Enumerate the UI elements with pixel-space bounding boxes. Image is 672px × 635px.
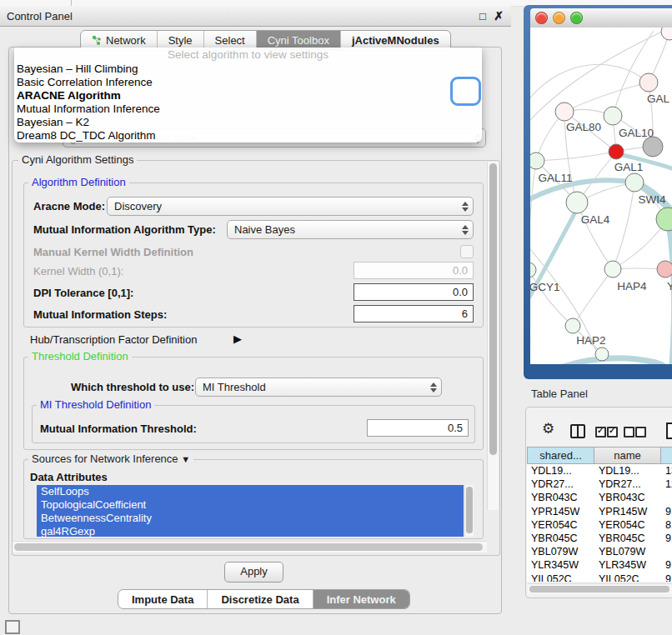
table-panel-title: Table Panel bbox=[531, 388, 588, 400]
table-row[interactable]: YLR345WYLR345W9. bbox=[527, 558, 672, 572]
network-node[interactable] bbox=[595, 348, 609, 361]
table-cell: YBL079W bbox=[594, 545, 661, 558]
split-columns-icon[interactable] bbox=[570, 424, 585, 438]
network-canvas[interactable]: GALGAL80GAL10GAL1GAL11SWI4GAL4GCY1HAP4YH… bbox=[530, 28, 672, 364]
attribute-list-item[interactable]: TopologicalCoefficient bbox=[37, 498, 464, 512]
table-cell: YLR345W bbox=[594, 558, 661, 572]
cyni-settings-group-label: Cyni Algorithm Settings bbox=[18, 154, 137, 166]
settings-horizontal-scrollbar[interactable] bbox=[13, 541, 487, 552]
control-panel-titlebar: Control Panel □ ✗ bbox=[0, 6, 511, 27]
table-cell: 8. bbox=[661, 518, 672, 532]
network-node-gal1[interactable] bbox=[609, 144, 624, 159]
network-node[interactable] bbox=[643, 137, 663, 157]
hub-definition-label[interactable]: Hub/Transcription Factor Definition bbox=[30, 333, 197, 346]
table-row[interactable]: YBL079WYBL079W bbox=[527, 545, 672, 558]
algorithm-option[interactable]: Mutual Information Inference bbox=[14, 102, 482, 116]
table-cell: YIL052C bbox=[527, 572, 594, 582]
column-header-shared-name[interactable]: shared... bbox=[527, 447, 594, 464]
mi-threshold-field[interactable]: 0.5 bbox=[367, 419, 469, 437]
tab-infer-network[interactable]: Infer Network bbox=[313, 590, 409, 608]
threshold-definition-label: Threshold Definition bbox=[28, 351, 132, 362]
table-cell: YBR043C bbox=[594, 491, 661, 504]
scrollbar-thumb[interactable] bbox=[14, 543, 483, 551]
scrollbar-thumb[interactable] bbox=[466, 487, 473, 533]
network-node-gal11[interactable] bbox=[530, 152, 544, 169]
network-nodes[interactable]: GALGAL80GAL10GAL1GAL11SWI4GAL4GCY1HAP4YH… bbox=[530, 28, 672, 361]
apply-button[interactable]: Apply bbox=[224, 562, 283, 582]
column-header-partial[interactable] bbox=[661, 447, 672, 464]
algorithm-option[interactable]: Bayesian – Hill Climbing bbox=[14, 62, 482, 76]
kernel-width-label: Kernel Width (0,1): bbox=[33, 265, 123, 278]
network-window-titlebar[interactable] bbox=[530, 8, 672, 28]
settings-vertical-scrollbar[interactable] bbox=[487, 162, 499, 510]
document-icon[interactable] bbox=[666, 422, 672, 439]
table-row[interactable]: YER054CYER054C8. bbox=[527, 518, 672, 532]
network-view-frame[interactable]: GALGAL80GAL10GAL1GAL11SWI4GAL4GCY1HAP4YH… bbox=[524, 5, 672, 379]
control-panel-title: Control Panel bbox=[7, 10, 73, 22]
network-node-gcy1[interactable] bbox=[530, 262, 536, 278]
network-node[interactable] bbox=[656, 208, 672, 231]
algorithm-option[interactable]: Bayesian – K2 bbox=[14, 116, 482, 129]
table-cell: YBR045C bbox=[527, 532, 594, 545]
attribute-list-item[interactable]: BetweennessCentrality bbox=[37, 512, 464, 525]
attribute-list-item[interactable]: SelfLoops bbox=[37, 485, 464, 498]
checked-box-icon[interactable] bbox=[607, 427, 618, 438]
unchecked-box-icon[interactable] bbox=[635, 427, 646, 438]
network-node-label: GAL bbox=[647, 92, 670, 105]
network-node[interactable] bbox=[661, 28, 672, 40]
zoom-traffic-light-icon[interactable] bbox=[570, 12, 583, 24]
close-traffic-light-icon[interactable] bbox=[535, 12, 548, 24]
tab-impute-data[interactable]: Impute Data bbox=[118, 590, 207, 608]
minimize-traffic-light-icon[interactable] bbox=[553, 12, 565, 24]
table-cell: 13 bbox=[661, 464, 672, 478]
mi-algorithm-type-combobox[interactable]: Naive Bayes bbox=[227, 220, 474, 239]
table-row[interactable]: YPR145WYPR145W9. bbox=[527, 505, 672, 518]
gear-icon[interactable]: ⚙ bbox=[542, 422, 554, 436]
network-node-y[interactable] bbox=[657, 261, 672, 278]
dpi-tolerance-label: DPI Tolerance [0,1]: bbox=[33, 287, 133, 299]
dock-panel-icon[interactable] bbox=[5, 620, 20, 634]
network-node-gal10[interactable] bbox=[604, 107, 622, 125]
network-icon bbox=[92, 35, 102, 46]
algorithm-option[interactable]: Basic Correlation Inference bbox=[14, 76, 482, 89]
network-node-gal80[interactable] bbox=[555, 102, 574, 121]
column-header-name[interactable]: name bbox=[594, 447, 661, 464]
algorithm-option[interactable]: ARACNE Algorithm bbox=[14, 89, 482, 102]
scrollbar-thumb[interactable] bbox=[529, 586, 669, 592]
close-panel-icon[interactable]: ✗ bbox=[491, 6, 506, 26]
collapse-down-icon[interactable]: ▼ bbox=[181, 454, 190, 464]
app-root: Control Panel □ ✗ Network Style Select C… bbox=[0, 0, 672, 635]
algorithm-option[interactable]: Dream8 DC_TDC Algorithm bbox=[14, 129, 482, 142]
table-row[interactable]: YDL19...YDL19...13 bbox=[527, 464, 672, 478]
checked-box-icon[interactable] bbox=[595, 427, 606, 438]
attribute-list-item[interactable]: gal4RGexp bbox=[37, 525, 464, 537]
kernel-width-field[interactable]: 0.0 bbox=[354, 262, 474, 279]
network-node-label: GCY1 bbox=[530, 281, 559, 293]
combo-stepper-icon bbox=[461, 201, 468, 212]
table-row[interactable]: YIL052CYIL052C9 bbox=[527, 572, 672, 582]
table-row[interactable]: YDR27...YDR27...12 bbox=[527, 478, 672, 491]
table-row[interactable]: YBR045CYBR045C9. bbox=[527, 532, 672, 545]
network-node-gal[interactable] bbox=[639, 73, 658, 92]
table-cell bbox=[661, 545, 672, 558]
network-node-hap4[interactable] bbox=[604, 261, 621, 278]
float-window-icon[interactable]: □ bbox=[475, 6, 490, 26]
network-node-hap2[interactable] bbox=[565, 318, 580, 333]
data-attributes-list[interactable]: SelfLoopsTopologicalCoefficientBetweenne… bbox=[37, 485, 464, 537]
manual-kernel-width-checkbox[interactable] bbox=[460, 245, 474, 258]
unchecked-box-icon[interactable] bbox=[624, 427, 634, 438]
scrollbar-thumb[interactable] bbox=[489, 163, 497, 455]
attributes-scrollbar[interactable] bbox=[464, 485, 474, 537]
network-node-gal4[interactable] bbox=[566, 192, 588, 213]
which-threshold-combobox[interactable]: MI Threshold bbox=[195, 378, 442, 397]
aracne-mode-combobox[interactable]: Discovery bbox=[107, 197, 474, 216]
network-node-swi4[interactable] bbox=[625, 173, 644, 192]
mi-steps-field[interactable]: 6 bbox=[354, 305, 474, 322]
table-row[interactable]: YBR043CYBR043C bbox=[527, 491, 672, 504]
focused-combo-button[interactable] bbox=[450, 77, 481, 106]
expand-right-icon[interactable]: ▶ bbox=[233, 332, 242, 345]
tab-discretize-data[interactable]: Discretize Data bbox=[207, 590, 312, 608]
table-horizontal-scrollbar[interactable] bbox=[528, 583, 672, 594]
dpi-tolerance-field[interactable]: 0.0 bbox=[354, 283, 474, 301]
mi-threshold-label: Mutual Information Threshold: bbox=[40, 422, 197, 435]
